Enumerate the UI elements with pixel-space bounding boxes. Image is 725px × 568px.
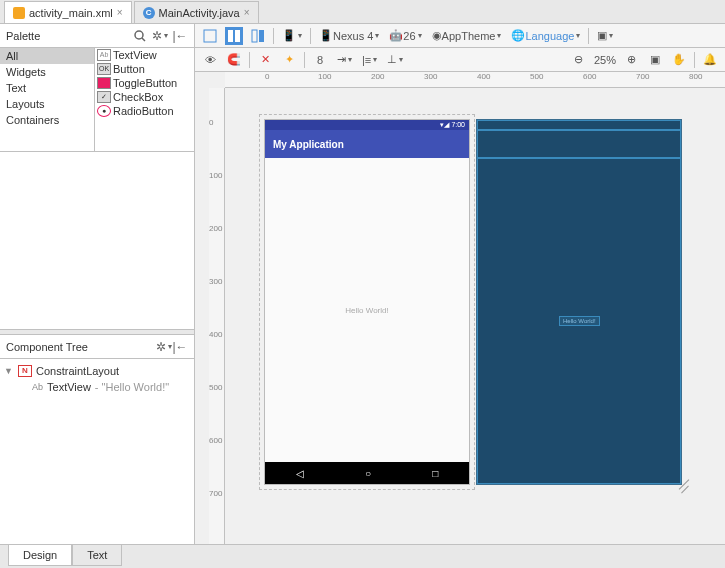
hello-text[interactable]: Hello World! xyxy=(345,306,388,315)
tree-label: ConstraintLayout xyxy=(36,365,119,377)
checkbox-icon: ✓ xyxy=(97,91,111,103)
tree-child-textview[interactable]: Ab TextView - "Hello World!" xyxy=(4,379,190,395)
palette-categories: All Widgets Text Layouts Containers xyxy=(0,48,95,151)
app-title: My Application xyxy=(273,139,344,150)
status-bar: ▾◢ 7:00 xyxy=(265,120,469,130)
collapse-icon[interactable]: |← xyxy=(172,339,188,355)
textview-icon: Ab xyxy=(97,49,111,61)
palette-item-radiobutton[interactable]: ●RadioButton xyxy=(95,104,194,118)
app-bar: My Application xyxy=(265,130,469,158)
nav-back-icon: ◁ xyxy=(296,468,304,479)
tab-main-activity[interactable]: C MainActivity.java × xyxy=(134,1,259,23)
margin-value[interactable]: 8 xyxy=(311,51,329,69)
svg-rect-2 xyxy=(204,30,216,42)
gear-icon[interactable]: ✲ xyxy=(152,28,168,44)
magnet-icon[interactable]: 🧲 xyxy=(225,51,243,69)
device-preview[interactable]: ▾◢ 7:00 My Application Hello World! ◁ ○ … xyxy=(265,120,469,484)
zoom-controls: ⊖ 25% ⊕ ▣ ✋ 🔔 xyxy=(570,51,719,69)
nav-recent-icon: □ xyxy=(432,468,438,479)
palette-item-label: Button xyxy=(113,63,145,75)
align-icon[interactable]: ⊥ xyxy=(385,51,405,69)
search-icon[interactable] xyxy=(132,28,148,44)
palette-title: Palette xyxy=(6,30,128,42)
tab-activity-main[interactable]: activity_main.xml × xyxy=(4,1,132,23)
eye-icon[interactable]: 👁 xyxy=(201,51,219,69)
palette-item-checkbox[interactable]: ✓CheckBox xyxy=(95,90,194,104)
textview-icon: Ab xyxy=(32,382,43,392)
orientation-icon[interactable]: 📱 xyxy=(280,27,304,45)
canvas-area[interactable]: 0 100 200 300 400 500 600 700 800 0 100 … xyxy=(195,72,725,544)
bottom-tabs: Design Text xyxy=(0,544,725,568)
design-toolbar-2: 👁 🧲 ✕ ✦ 8 ⇥ |≡ ⊥ ⊖ 25% ⊕ ▣ ✋ 🔔 xyxy=(195,48,725,72)
svg-rect-4 xyxy=(235,30,240,42)
xml-file-icon xyxy=(13,7,25,19)
bp-hello-text[interactable]: Hello World! xyxy=(559,316,600,326)
clear-constraints-icon[interactable]: ✕ xyxy=(256,51,274,69)
palette-cat-layouts[interactable]: Layouts xyxy=(0,96,94,112)
bottom-tab-design[interactable]: Design xyxy=(8,545,72,566)
palette-item-togglebutton[interactable]: ToggleButton xyxy=(95,76,194,90)
resize-handle[interactable] xyxy=(677,480,693,496)
editor-tabs: activity_main.xml × C MainActivity.java … xyxy=(0,0,725,24)
design-editor: 📱 📱 Nexus 4 🤖26 ◉ AppTheme 🌐 Language ▣ … xyxy=(195,24,725,544)
zoom-in-icon[interactable]: ⊕ xyxy=(622,51,640,69)
palette-item-label: ToggleButton xyxy=(113,77,177,89)
palette-body: All Widgets Text Layouts Containers AbTe… xyxy=(0,48,194,152)
tree-root-constraintlayout[interactable]: ▼ N ConstraintLayout xyxy=(4,363,190,379)
zoom-fit-icon[interactable]: ▣ xyxy=(646,51,664,69)
palette-item-label: CheckBox xyxy=(113,91,163,103)
palette-cat-text[interactable]: Text xyxy=(0,80,94,96)
device-selector[interactable]: 📱 Nexus 4 xyxy=(317,27,381,45)
design-toolbar-1: 📱 📱 Nexus 4 🤖26 ◉ AppTheme 🌐 Language ▣ xyxy=(195,24,725,48)
nav-home-icon: ○ xyxy=(365,468,371,479)
palette-header: Palette ✲ |← xyxy=(0,24,194,48)
zoom-out-icon[interactable]: ⊖ xyxy=(570,51,588,69)
design-surface[interactable]: ▾◢ 7:00 My Application Hello World! ◁ ○ … xyxy=(225,88,725,544)
java-file-icon: C xyxy=(143,7,155,19)
constraintlayout-icon: N xyxy=(18,365,32,377)
svg-line-1 xyxy=(142,38,145,41)
component-tree-header: Component Tree ✲ |← xyxy=(0,335,194,359)
close-icon[interactable]: × xyxy=(117,7,123,18)
theme-selector[interactable]: ◉ AppTheme xyxy=(430,27,504,45)
pack-icon[interactable]: |≡ xyxy=(360,51,379,69)
close-icon[interactable]: × xyxy=(244,7,250,18)
component-tree-body: ▼ N ConstraintLayout Ab TextView - "Hell… xyxy=(0,359,194,544)
design-surface-icon[interactable] xyxy=(201,27,219,45)
infer-constraints-icon[interactable]: ✦ xyxy=(280,51,298,69)
bp-app-bar xyxy=(477,130,681,158)
device-content[interactable]: Hello World! xyxy=(265,158,469,462)
signal-icon: ▾◢ xyxy=(440,121,449,128)
tab-label: MainActivity.java xyxy=(159,7,240,19)
svg-rect-5 xyxy=(252,30,257,42)
palette-items: AbTextView OKButton ToggleButton ✓CheckB… xyxy=(95,48,194,151)
status-time: 7:00 xyxy=(451,121,465,128)
pan-icon[interactable]: ✋ xyxy=(670,51,688,69)
gear-icon[interactable]: ✲ xyxy=(156,339,172,355)
palette-item-textview[interactable]: AbTextView xyxy=(95,48,194,62)
component-tree-title: Component Tree xyxy=(6,341,156,353)
palette-item-label: RadioButton xyxy=(113,105,174,117)
notifications-icon[interactable]: 🔔 xyxy=(701,51,719,69)
default-margin-icon[interactable]: ⇥ xyxy=(335,51,354,69)
disclosure-icon[interactable]: ▼ xyxy=(4,366,14,376)
palette-cat-widgets[interactable]: Widgets xyxy=(0,64,94,80)
tab-label: activity_main.xml xyxy=(29,7,113,19)
radio-icon: ● xyxy=(97,105,111,117)
both-surface-icon[interactable] xyxy=(249,27,267,45)
collapse-icon[interactable]: |← xyxy=(172,28,188,44)
language-selector[interactable]: 🌐 Language xyxy=(509,27,582,45)
tree-label: TextView xyxy=(47,381,91,393)
palette-spacer xyxy=(0,152,194,329)
ruler-horizontal: 0 100 200 300 400 500 600 700 800 xyxy=(225,72,725,88)
blueprint-surface-icon[interactable] xyxy=(225,27,243,45)
toggle-icon xyxy=(97,77,111,89)
api-selector[interactable]: 🤖26 xyxy=(387,27,423,45)
ruler-vertical: 0 100 200 300 400 500 600 700 xyxy=(209,88,225,544)
blueprint-preview[interactable]: Hello World! xyxy=(477,120,681,484)
palette-cat-containers[interactable]: Containers xyxy=(0,112,94,128)
bottom-tab-text[interactable]: Text xyxy=(72,545,122,566)
variants-icon[interactable]: ▣ xyxy=(595,27,615,45)
palette-cat-all[interactable]: All xyxy=(0,48,94,64)
palette-item-button[interactable]: OKButton xyxy=(95,62,194,76)
